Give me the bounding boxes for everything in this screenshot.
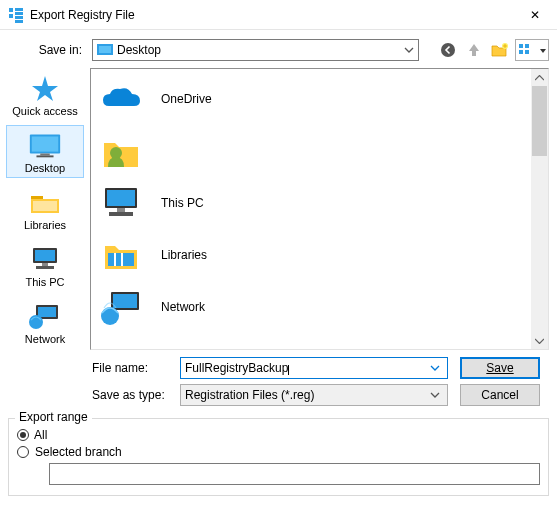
user-folder-icon [99,129,143,173]
item-label: OneDrive [161,92,212,106]
svg-rect-19 [31,196,43,199]
libraries-icon [99,233,143,277]
savetype-row: Save as type: Registration Files (*.reg)… [0,382,557,408]
views-menu-button[interactable] [515,39,549,61]
this-pc-icon [27,244,63,274]
place-label: Quick access [12,105,77,117]
list-item[interactable]: OneDrive [91,73,531,125]
svg-point-37 [101,307,119,325]
save-button-label: Save [486,361,513,375]
svg-rect-23 [36,266,54,269]
radio-selected-branch[interactable] [17,446,29,458]
close-button[interactable]: ✕ [512,0,557,30]
place-quick-access[interactable]: Quick access [6,68,84,121]
place-this-pc[interactable]: This PC [6,240,84,293]
regedit-icon [8,7,24,23]
window-title: Export Registry File [30,8,512,22]
desktop-icon [97,43,113,57]
svg-rect-7 [99,46,111,53]
savein-row: Save in: Desktop [0,36,557,64]
cancel-button[interactable]: Cancel [460,384,540,406]
export-range-group: Export range All Selected branch [8,418,549,496]
svg-rect-22 [42,263,48,266]
desktop-icon [27,130,63,160]
item-label: Network [161,300,205,314]
libraries-icon [27,187,63,217]
svg-rect-12 [519,50,523,54]
svg-rect-34 [121,253,123,266]
up-one-level-button[interactable] [463,39,485,61]
onedrive-icon [99,77,143,121]
list-item[interactable] [91,125,531,177]
close-icon: ✕ [530,8,540,22]
svg-rect-29 [107,190,135,206]
svg-rect-0 [15,8,23,11]
place-label: Network [25,333,65,345]
savetype-value: Registration Files (*.reg) [185,388,427,402]
svg-rect-25 [38,307,56,317]
svg-rect-15 [32,136,59,151]
place-network[interactable]: Network [6,297,84,350]
svg-rect-18 [33,201,57,211]
file-list[interactable]: OneDrive This PC Libraries [90,68,549,350]
scroll-up-icon[interactable] [531,69,548,86]
filename-row: File name: FullRegistryBackup Save [0,355,557,381]
place-label: This PC [25,276,64,288]
filename-input[interactable]: FullRegistryBackup [180,357,448,379]
radio-selected-branch-row: Selected branch [17,445,540,459]
savetype-combo[interactable]: Registration Files (*.reg) [180,384,448,406]
svg-rect-2 [15,16,23,19]
cancel-button-label: Cancel [481,388,518,402]
savetype-label: Save as type: [0,388,180,402]
savein-value: Desktop [117,43,400,57]
this-pc-icon [99,181,143,225]
svg-rect-31 [109,212,133,216]
network-icon [99,285,143,329]
place-desktop[interactable]: Desktop [6,125,84,178]
savein-combo[interactable]: Desktop [92,39,419,61]
svg-rect-5 [9,14,13,18]
export-range-legend: Export range [15,410,92,424]
place-label: Desktop [25,162,65,174]
filename-label: File name: [0,361,180,375]
savein-label: Save in: [0,43,88,57]
list-item[interactable]: Network [91,281,531,333]
selected-branch-input[interactable] [49,463,540,485]
quick-access-icon [27,73,63,103]
scrollbar[interactable] [531,69,548,349]
filename-value: FullRegistryBackup [185,361,427,375]
chevron-down-icon[interactable] [427,392,443,398]
toolbar-icons [437,39,549,61]
radio-selected-branch-label: Selected branch [35,445,122,459]
list-item[interactable]: This PC [91,177,531,229]
chevron-down-icon[interactable] [427,365,443,371]
svg-rect-17 [36,155,53,157]
scroll-thumb[interactable] [532,86,547,156]
radio-all-row[interactable]: All [17,425,540,445]
radio-all-label: All [34,428,47,442]
svg-rect-33 [114,253,116,266]
svg-point-8 [441,43,455,57]
svg-rect-13 [525,50,529,54]
browser-area: Quick access Desktop Libraries This PC N… [0,64,557,354]
svg-rect-3 [15,20,23,23]
list-item[interactable]: Libraries [91,229,531,281]
svg-rect-21 [35,250,55,261]
back-button[interactable] [437,39,459,61]
places-bar: Quick access Desktop Libraries This PC N… [0,64,90,354]
scroll-down-icon[interactable] [531,332,548,349]
network-icon [27,301,63,331]
item-label: This PC [161,196,204,210]
place-libraries[interactable]: Libraries [6,182,84,235]
svg-rect-10 [519,44,523,48]
save-button[interactable]: Save [460,357,540,379]
new-folder-button[interactable] [489,39,511,61]
item-label: Libraries [161,248,207,262]
svg-rect-16 [40,153,49,155]
svg-rect-30 [117,208,125,212]
radio-all[interactable] [17,429,29,441]
svg-rect-36 [113,294,137,308]
chevron-down-icon[interactable] [400,40,418,60]
svg-rect-4 [9,8,13,12]
place-label: Libraries [24,219,66,231]
